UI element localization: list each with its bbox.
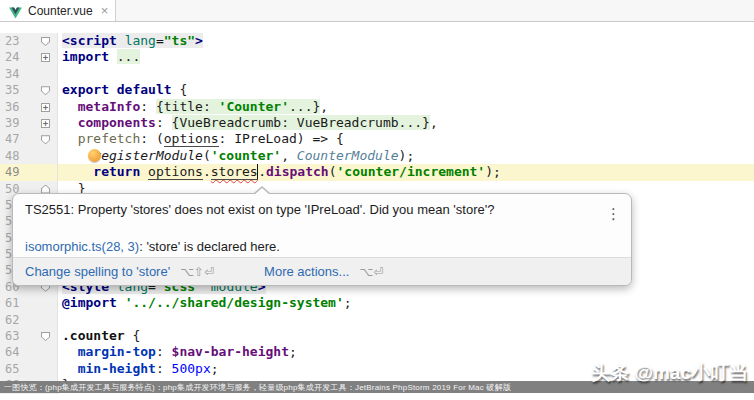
code-line[interactable]: 61@import '../../shared/design-system'; [0,295,754,311]
code-text: .counter { [58,328,754,344]
code-text: import ... [58,49,754,65]
line-number: 64 [0,344,36,360]
fold-collapse-icon[interactable] [41,332,50,341]
code-line[interactable]: 39+ components: {VueBreadcrumb: VueBread… [0,115,754,131]
quickfix-shortcut-hint: ⌥⇧⏎ [180,265,214,279]
fold-expand-icon[interactable]: + [41,53,50,62]
quickfix-change-spelling-link[interactable]: Change spelling to 'store' [25,264,170,279]
line-number: 49 [0,164,36,180]
code-text: @import '../../shared/design-system'; [58,295,754,311]
code-text [58,312,754,328]
code-text [58,66,754,82]
fold-marker[interactable]: + [36,115,58,131]
more-actions-link[interactable]: More actions... [264,264,349,279]
fold-gutter [36,312,58,328]
fold-gutter [36,344,58,360]
declaration-row: isomorphic.ts(28, 3): 'store' is declare… [25,238,280,256]
fold-gutter [36,295,58,311]
code-line[interactable]: 47 prefetch: (options: IPreLoad) => { [0,131,754,147]
line-number: 48 [0,148,36,164]
fold-marker[interactable] [36,328,58,344]
line-number: 34 [0,66,36,82]
declaration-link[interactable]: isomorphic.ts(28, 3) [25,239,139,254]
line-number: 61 [0,295,36,311]
code-line[interactable]: 62 [0,312,754,328]
code-text: <script lang="ts"> [58,33,754,49]
fold-gutter [36,164,58,180]
line-number: 65 [0,361,36,377]
editor-tab-bar: Counter.vue × [0,0,754,22]
line-number: 35 [0,82,36,98]
fold-marker[interactable] [36,131,58,147]
code-line[interactable]: 63.counter { [0,328,754,344]
code-text: registerModule('counter', CounterModule)… [58,148,754,164]
tab-title: Counter.vue [28,4,93,18]
caption-text: 一图快览：(php集成开发工具与服务特点)：php集成开发环境与服务，轻量级ph… [0,382,511,393]
line-number: 24 [0,49,36,65]
ide-window: Counter.vue × 23<script lang="ts">24+imp… [0,0,754,400]
line-number: 63 [0,328,36,344]
tooltip-action-bar: Change spelling to 'store' ⌥⇧⏎ More acti… [13,257,631,285]
code-line[interactable]: 34 [0,66,754,82]
fold-expand-icon[interactable]: + [41,119,50,128]
code-text: export default { [58,82,754,98]
code-text: metaInfo: {title: 'Counter'...}, [58,99,754,115]
line-number: 23 [0,33,36,49]
line-number: 62 [0,312,36,328]
fold-collapse-icon[interactable] [41,37,50,46]
error-tooltip: TS2551: Property 'stores' does not exist… [12,193,632,286]
fold-collapse-icon[interactable] [41,135,50,144]
vue-logo-icon [9,5,22,17]
fold-gutter [36,66,58,82]
code-line[interactable]: 49 return options.stores.dispatch('count… [0,164,754,180]
line-number: 36 [0,99,36,115]
code-line[interactable]: 36+ metaInfo: {title: 'Counter'...}, [0,99,754,115]
fold-marker[interactable] [36,82,58,98]
error-message: TS2551: Property 'stores' does not exist… [25,202,494,217]
fold-marker[interactable]: + [36,49,58,65]
code-text: prefetch: (options: IPreLoad) => { [58,131,754,147]
code-line[interactable]: 35export default { [0,82,754,98]
error-message-row: TS2551: Property 'stores' does not exist… [25,201,597,219]
tab-close-icon[interactable]: × [101,4,109,17]
toutiao-watermark: 头条 @mac小叮当 [591,360,748,386]
code-text: components: {VueBreadcrumb: VueBreadcrum… [58,115,754,131]
line-number: 39 [0,115,36,131]
fold-gutter [36,361,58,377]
tooltip-menu-icon[interactable]: ⋮ [606,206,621,222]
intention-bulb-icon[interactable] [88,149,101,162]
fold-marker[interactable]: + [36,99,58,115]
code-line[interactable]: 23<script lang="ts"> [0,33,754,49]
code-line[interactable]: 24+import ... [0,49,754,65]
fold-gutter [36,148,58,164]
declaration-text: : 'store' is declared here. [139,239,280,254]
fold-collapse-icon[interactable] [41,86,50,95]
fold-marker[interactable] [36,33,58,49]
more-actions-shortcut-hint: ⌥⏎ [359,265,383,279]
code-text: return options.stores.dispatch('counter/… [58,164,754,180]
fold-expand-icon[interactable]: + [41,103,50,112]
code-line[interactable]: 48 registerModule('counter', CounterModu… [0,148,754,164]
tooltip-arrow [253,186,271,194]
code-text: margin-top: $nav-bar-height; [58,344,754,360]
code-line[interactable]: 64 margin-top: $nav-bar-height; [0,344,754,360]
line-number: 47 [0,131,36,147]
tab-counter-vue[interactable]: Counter.vue × [0,0,116,21]
